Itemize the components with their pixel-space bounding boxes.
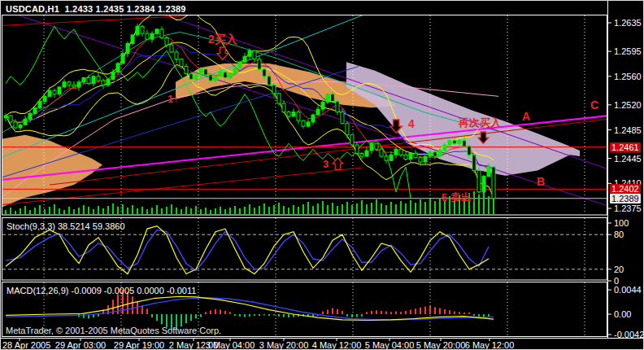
- volume-bar: [127, 208, 128, 214]
- volume-bar: [376, 199, 377, 214]
- stoch-label: Stoch(9,3,3) 38.5214 59.3860: [7, 221, 125, 231]
- stoch-axis-tick[interactable]: 80: [614, 230, 624, 239]
- candle-body: [370, 143, 373, 151]
- time-axis-label[interactable]: 5 May 20:00: [416, 340, 466, 350]
- volume-bar: [302, 204, 304, 214]
- volume-bar: [381, 203, 382, 214]
- volume-bar: [424, 202, 426, 214]
- volume-bar: [298, 207, 299, 214]
- candle-body: [87, 78, 90, 84]
- candle-body: [77, 82, 80, 87]
- volume-bar: [478, 195, 480, 214]
- chart-canvas[interactable]: [1, 1, 644, 350]
- volume-bar: [268, 207, 270, 214]
- candle-body: [175, 52, 178, 59]
- candle-body: [209, 75, 212, 81]
- volume-bar: [171, 204, 172, 214]
- candle-body: [287, 112, 290, 116]
- chart-title: USDCAD,H1 1.2433 1.2435 1.2384 1.2389: [6, 4, 186, 14]
- volume-bar: [283, 206, 285, 214]
- volume-bar: [59, 208, 60, 214]
- candle-body: [189, 73, 193, 79]
- time-axis-label[interactable]: 4 May 12:00: [312, 340, 362, 350]
- price-axis-tick[interactable]: 1.2485: [614, 125, 642, 135]
- volume-bar: [83, 205, 85, 214]
- time-axis-label[interactable]: 3 May 04:00: [206, 340, 255, 350]
- candle-body: [326, 94, 329, 103]
- price-axis-tick[interactable]: 1.2635: [614, 18, 642, 28]
- macd-axis-tick[interactable]: 0.0044: [614, 285, 642, 295]
- candle-body: [146, 33, 149, 39]
- volume-bar: [185, 207, 187, 214]
- candle-body: [307, 122, 310, 126]
- volume-bar: [68, 207, 70, 214]
- candle-body: [419, 158, 422, 162]
- candle-body: [102, 81, 105, 85]
- time-axis-label[interactable]: 29 Apr 19:00: [114, 340, 164, 350]
- volume-bar: [10, 208, 11, 214]
- volume-bar: [390, 202, 392, 214]
- alert-price-label[interactable]: 1.2402: [610, 184, 641, 194]
- volume-bar: [63, 210, 65, 214]
- candle-body: [277, 94, 281, 103]
- volume-bar: [488, 196, 490, 214]
- volume-bar: [439, 198, 441, 214]
- volume-bar: [54, 204, 55, 214]
- volume-bar: [366, 204, 368, 214]
- candle-body: [194, 75, 198, 79]
- candle-body: [131, 35, 134, 44]
- volume-bar: [15, 211, 16, 214]
- time-axis-label[interactable]: 29 Apr 03:00: [55, 340, 106, 350]
- chart-annotation: 3: [323, 158, 329, 170]
- stoch-axis-tick[interactable]: 100: [614, 218, 629, 228]
- volume-bar: [483, 192, 485, 214]
- price-axis-tick[interactable]: 1.2445: [614, 154, 642, 164]
- candle-body: [165, 37, 168, 45]
- volume-bar: [244, 207, 246, 214]
- volume-bar: [410, 200, 411, 214]
- macd-axis-tick[interactable]: -0.0042: [614, 330, 644, 339]
- candle-body: [268, 77, 271, 85]
- macd-label: MACD(12,26,9) -0.0009 -0.0005 0.0000 -0.…: [7, 286, 196, 295]
- macd-axis-tick[interactable]: 0.00: [614, 309, 631, 319]
- candle-body: [482, 177, 485, 192]
- volume-bar: [200, 209, 202, 214]
- volume-bar: [141, 207, 143, 214]
- candle-body: [121, 54, 124, 63]
- time-axis-label[interactable]: 28 Apr 2005: [2, 340, 50, 350]
- time-axis-label[interactable]: 5 May 04:00: [365, 340, 415, 350]
- candle-body: [424, 156, 427, 162]
- candle-body: [28, 113, 32, 119]
- time-axis-label[interactable]: 6 May 12:00: [465, 340, 515, 350]
- candle-body: [477, 171, 481, 192]
- candle-body: [399, 149, 402, 155]
- candle-body: [272, 85, 276, 94]
- price-axis-tick[interactable]: 1.2560: [614, 72, 642, 81]
- volume-bar: [317, 203, 319, 214]
- candle-body: [365, 151, 368, 156]
- stoch-axis-tick[interactable]: 20: [614, 265, 624, 274]
- volume-bar: [322, 201, 324, 214]
- candle-body: [468, 147, 471, 155]
- volume-bar: [429, 199, 431, 214]
- candle-body: [433, 152, 437, 156]
- main-panel[interactable]: [1, 1, 643, 214]
- candle-body: [107, 79, 110, 85]
- current-price-label[interactable]: 1.2389: [610, 194, 641, 203]
- time-axis-label[interactable]: 3 May 20:00: [259, 340, 309, 350]
- candle-body: [302, 120, 305, 126]
- candle-body: [316, 109, 320, 115]
- candle-body: [14, 122, 17, 128]
- volume-bar: [88, 207, 89, 214]
- price-axis-tick[interactable]: 1.2595: [614, 46, 642, 56]
- candle-body: [253, 50, 256, 59]
- volume-bar: [332, 203, 333, 214]
- ohlc-values-label: 1.2433 1.2435 1.2384 1.2389: [65, 4, 186, 14]
- volume-bar: [98, 206, 99, 214]
- symbol-period-label: USDCAD,H1: [6, 4, 59, 14]
- price-axis-tick[interactable]: 1.2520: [614, 100, 642, 110]
- alert-price-label[interactable]: 1.2461: [610, 142, 641, 152]
- chart-annotation: 2买入: [208, 33, 237, 47]
- price-axis-tick[interactable]: 1.2375: [614, 203, 642, 213]
- candle-body: [346, 124, 349, 135]
